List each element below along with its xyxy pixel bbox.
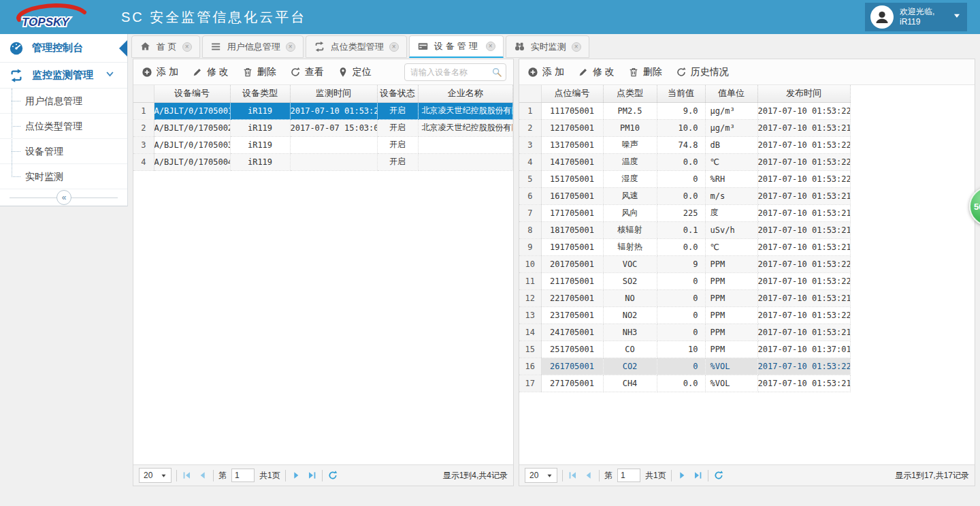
first-page-button[interactable] (568, 470, 578, 481)
page-number-input[interactable] (617, 469, 640, 482)
table-row[interactable]: 16261705001CO20%VOL2017-07-10 01:53:22 (519, 358, 850, 375)
table-row[interactable]: 11211705001SO20PPM2017-07-10 01:53:22 (519, 272, 850, 289)
delete-button[interactable]: 删除 (628, 66, 662, 78)
sidebar-item-console[interactable]: 管理控制台 (0, 34, 127, 63)
sidebar-item-label: 管理控制台 (32, 42, 83, 54)
table-row[interactable]: 15251705001CO10PPM2017-07-10 01:37:01 (519, 341, 850, 358)
refresh-icon[interactable] (327, 470, 338, 481)
table-row[interactable]: 12221705001NO0PPM2017-07-10 01:53:21 (519, 289, 850, 306)
table-row[interactable]: 2121705001PM1010.0μg/m³2017-07-10 01:53:… (519, 119, 850, 136)
col-company-name[interactable]: 企业名称 (418, 85, 513, 102)
tab-user-info[interactable]: 用户信息管理 × (202, 35, 304, 58)
table-row[interactable]: 9191705001辐射热0.0℃2017-07-10 01:53:21 (519, 238, 850, 255)
edit-button[interactable]: 修 改 (578, 66, 615, 78)
add-button[interactable]: 添 加 (527, 66, 564, 78)
cell: 辐射热 (603, 238, 657, 255)
table-row[interactable]: 4A/BJLT/0/1705004iR119开启 (133, 153, 513, 170)
page-size-select[interactable]: 20 (139, 468, 172, 483)
button-label: 添 加 (157, 66, 178, 78)
sidebar-item-user-info[interactable]: 用户信息管理 (0, 89, 127, 114)
point-table: 点位编号 点类型 当前值 值单位 发布时间 1111705001PM2.59.0… (519, 85, 851, 392)
cell: iR119 (230, 102, 290, 119)
cell (418, 136, 513, 153)
locate-button[interactable]: 定位 (338, 66, 372, 78)
col-current-value[interactable]: 当前值 (657, 85, 705, 102)
cell: 2017-07-10 01:53:21 (757, 119, 850, 136)
cell: 2017-07-10 01:53:21 (757, 204, 850, 221)
prev-page-button[interactable] (197, 470, 208, 481)
tab-realtime[interactable]: 实时监测 × (506, 35, 589, 58)
row-number-cell: 3 (133, 136, 154, 153)
add-button[interactable]: 添 加 (142, 66, 178, 78)
table-row[interactable]: 3A/BJLT/0/1705003iR119开启 (133, 136, 513, 153)
caret-down-icon[interactable] (952, 11, 962, 23)
divider (285, 470, 286, 481)
col-publish-time[interactable]: 发布时间 (757, 85, 850, 102)
col-device-code[interactable]: 设备编号 (154, 85, 230, 102)
cell: 181705001 (541, 221, 603, 238)
table-row[interactable]: 3131705001噪声74.8dB2017-07-10 01:53:22 (519, 136, 850, 153)
col-point-type[interactable]: 点类型 (603, 85, 657, 102)
page-size-select[interactable]: 20 (525, 468, 557, 483)
table-row[interactable]: 10201705001VOC9PPM2017-07-10 01:53:22 (519, 255, 850, 272)
next-page-button[interactable] (291, 470, 301, 481)
tab-home[interactable]: 首 页 × (131, 35, 200, 58)
col-value-unit[interactable]: 值单位 (705, 85, 757, 102)
cell: 0.0 (657, 187, 705, 204)
col-device-status[interactable]: 设备状态 (377, 85, 418, 102)
refresh-icon[interactable] (713, 470, 724, 481)
delete-button[interactable]: 删除 (242, 66, 276, 78)
next-page-button[interactable] (676, 470, 687, 481)
edit-button[interactable]: 修 改 (192, 66, 229, 78)
table-row[interactable]: 17271705001CH40.0%VOL2017-07-10 01:53:21 (519, 375, 850, 392)
device-table-header: 设备编号 设备类型 监测时间 设备状态 企业名称 (133, 85, 513, 102)
close-icon[interactable]: × (286, 42, 295, 52)
table-row[interactable]: 1111705001PM2.59.0μg/m³2017-07-10 01:53:… (519, 102, 850, 119)
table-row[interactable]: 13231705001NO20PPM2017-07-10 01:53:22 (519, 306, 850, 323)
row-number-cell: 1 (133, 102, 154, 119)
close-icon[interactable]: × (486, 42, 495, 51)
page-prefix: 第 (604, 470, 612, 481)
tab-point-type[interactable]: 点位类型管理 × (306, 35, 407, 58)
cell: 191705001 (541, 238, 603, 255)
table-row[interactable]: 14241705001NH30PPM2017-07-10 01:53:21 (519, 323, 850, 341)
close-icon[interactable]: × (572, 42, 581, 52)
user-menu[interactable]: 欢迎光临, iR119 (865, 3, 967, 31)
cell: 271705001 (541, 375, 603, 392)
prev-page-button[interactable] (583, 470, 594, 481)
close-icon[interactable]: × (182, 42, 192, 52)
sidebar-item-monitor[interactable]: 监控监测管理 (0, 63, 127, 89)
page-number-input[interactable] (231, 469, 255, 482)
cell: ℃ (705, 238, 757, 255)
table-row[interactable]: 6161705001风速0.0m/s2017-07-10 01:53:21 (519, 187, 850, 204)
last-page-button[interactable] (306, 470, 317, 481)
table-row[interactable]: 8181705001核辐射0.1uSv/h2017-07-10 01:53:21 (519, 221, 850, 238)
col-device-type[interactable]: 设备类型 (230, 85, 290, 102)
cell: A/BJLT/0/1705001 (154, 102, 230, 119)
table-row[interactable]: 7171705001风向225度2017-07-10 01:53:21 (519, 204, 850, 221)
table-row[interactable]: 4141705001温度0.0℃2017-07-10 01:53:22 (519, 153, 850, 170)
cell: 111705001 (541, 102, 603, 119)
tab-device-mgmt[interactable]: 设备管理 × (409, 35, 504, 58)
cell: 0 (657, 170, 705, 187)
last-page-button[interactable] (692, 470, 703, 481)
cell: PPM (705, 272, 757, 289)
col-monitor-time[interactable]: 监测时间 (290, 85, 377, 102)
table-row[interactable]: 5151705001湿度0%RH2017-07-10 01:53:22 (519, 170, 850, 187)
header-row: 点位编号 点类型 当前值 值单位 发布时间 (519, 85, 850, 102)
search-icon[interactable] (491, 67, 502, 78)
cell: CH4 (603, 375, 657, 392)
first-page-button[interactable] (182, 470, 193, 481)
sidebar-item-device-mgmt[interactable]: 设备管理 (0, 139, 127, 164)
table-row[interactable]: 1A/BJLT/0/1705001iR1192017-07-10 01:53:2… (133, 102, 513, 119)
col-point-code[interactable]: 点位编号 (541, 85, 603, 102)
view-button[interactable]: 查看 (290, 66, 324, 78)
cell: 231705001 (541, 306, 603, 323)
close-icon[interactable]: × (389, 42, 399, 52)
sidebar-item-point-type[interactable]: 点位类型管理 (0, 114, 127, 139)
sidebar-item-realtime[interactable]: 实时监测 (0, 164, 127, 189)
collapse-sidebar-button[interactable]: « (56, 190, 71, 205)
table-row[interactable]: 2A/BJLT/0/1705002iR1192017-07-07 15:03:0… (133, 119, 513, 136)
history-button[interactable]: 历史情况 (676, 66, 729, 78)
header-row: 设备编号 设备类型 监测时间 设备状态 企业名称 (133, 85, 513, 102)
